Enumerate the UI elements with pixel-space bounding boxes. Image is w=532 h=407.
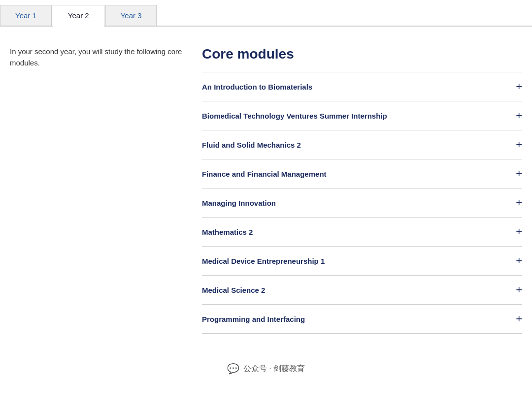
watermark-text: 公众号 · 剑藤教育 [243,364,305,374]
main-content: In your second year, you will study the … [0,27,532,344]
module-name-fluid-solid-mechanics: Fluid and Solid Mechanics 2 [202,141,301,149]
module-item-biomedical-ventures[interactable]: Biomedical Technology Ventures Summer In… [202,101,522,130]
module-name-managing-innovation: Managing Innovation [202,199,276,207]
module-name-biomaterials: An Introduction to Biomaterials [202,83,312,91]
module-name-mathematics2: Mathematics 2 [202,228,253,236]
right-panel: Core modules An Introduction to Biomater… [202,46,522,334]
core-modules-title: Core modules [202,46,522,62]
tab-year1[interactable]: Year 1 [0,5,52,26]
expand-icon-biomaterials[interactable]: + [516,81,522,92]
tab-bar: Year 1 Year 2 Year 3 [0,0,532,27]
expand-icon-biomedical-ventures[interactable]: + [516,110,522,121]
module-name-medical-device: Medical Device Entrepreneurship 1 [202,257,325,265]
expand-icon-mathematics2[interactable]: + [516,226,522,237]
module-name-programming: Programming and Interfacing [202,315,305,323]
expand-icon-finance[interactable]: + [516,168,522,179]
expand-icon-medical-device[interactable]: + [516,255,522,266]
module-item-programming[interactable]: Programming and Interfacing+ [202,304,522,334]
module-item-finance[interactable]: Finance and Financial Management+ [202,159,522,188]
module-item-mathematics2[interactable]: Mathematics 2+ [202,217,522,246]
tab-year2[interactable]: Year 2 [53,5,104,27]
expand-icon-fluid-solid-mechanics[interactable]: + [516,139,522,150]
expand-icon-managing-innovation[interactable]: + [516,197,522,208]
left-panel: In your second year, you will study the … [10,46,202,334]
module-name-biomedical-ventures: Biomedical Technology Ventures Summer In… [202,112,387,120]
watermark-icon: 💬 [227,363,239,375]
module-name-finance: Finance and Financial Management [202,170,327,178]
module-item-biomaterials[interactable]: An Introduction to Biomaterials+ [202,72,522,101]
module-item-medical-science[interactable]: Medical Science 2+ [202,275,522,304]
module-name-medical-science: Medical Science 2 [202,286,265,294]
expand-icon-medical-science[interactable]: + [516,284,522,295]
module-item-medical-device[interactable]: Medical Device Entrepreneurship 1+ [202,246,522,275]
tab-year3[interactable]: Year 3 [105,5,157,26]
watermark: 💬 公众号 · 剑藤教育 [220,360,312,377]
year-description: In your second year, you will study the … [10,46,182,68]
modules-list: An Introduction to Biomaterials+Biomedic… [202,72,522,334]
module-item-managing-innovation[interactable]: Managing Innovation+ [202,188,522,217]
module-item-fluid-solid-mechanics[interactable]: Fluid and Solid Mechanics 2+ [202,130,522,159]
expand-icon-programming[interactable]: + [516,313,522,324]
